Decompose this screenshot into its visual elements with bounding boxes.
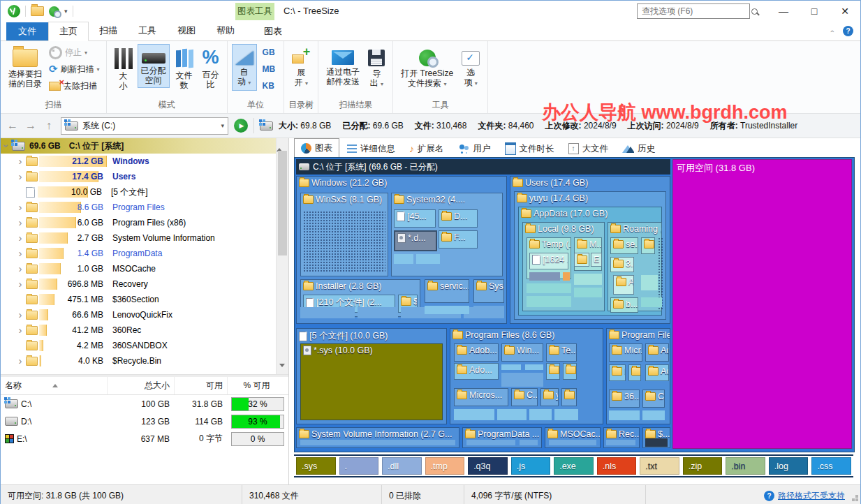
tree-item[interactable]: ›17.4 GBUsers xyxy=(1,169,277,184)
treemap-tile[interactable] xyxy=(394,254,413,264)
treemap-tile[interactable] xyxy=(358,307,398,318)
legend-ext[interactable]: .js xyxy=(511,457,551,475)
find-options-box[interactable] xyxy=(637,3,750,19)
tree-item[interactable]: ›1.4 GBProgramData xyxy=(1,246,277,261)
mode-allocated-button[interactable]: 已分配空间 xyxy=(138,44,170,88)
header-total[interactable]: 总大小 xyxy=(107,377,174,394)
tab-帮助[interactable]: 帮助 xyxy=(206,22,245,40)
tree-item[interactable]: 10.0 GB[5 个文件] xyxy=(1,184,277,200)
legend-ext[interactable]: .txt xyxy=(640,457,679,475)
treemap-node[interactable]: servic... xyxy=(425,279,469,303)
tree-item[interactable]: 4.2 MB360SANDBOX xyxy=(1,338,277,353)
view-tab-hist[interactable]: 历史 xyxy=(616,140,661,157)
scan-icon[interactable] xyxy=(49,6,59,17)
treemap-tile[interactable] xyxy=(606,440,635,445)
expand-icon[interactable]: › xyxy=(15,357,26,364)
tab-chart[interactable]: 图表 xyxy=(253,22,293,40)
mode-filecount-button[interactable]: 文件数 xyxy=(171,44,198,93)
legend-ext[interactable]: .nls xyxy=(597,457,637,475)
legend-ext[interactable]: .zip xyxy=(683,457,723,475)
treemap-node[interactable]: C... xyxy=(511,388,538,406)
stop-button[interactable]: 停止▾ xyxy=(47,44,102,61)
treemap-node[interactable]: Ado... xyxy=(645,343,669,362)
treemap-tile[interactable] xyxy=(497,409,527,420)
treemap-node[interactable]: Adob... xyxy=(454,343,499,362)
treemap-tile[interactable] xyxy=(554,409,578,420)
treemap-tile[interactable] xyxy=(574,274,602,285)
expand-icon[interactable]: › xyxy=(15,158,26,165)
tree-item[interactable]: ›8.6 GBProgram Files xyxy=(1,200,277,215)
treemap-node[interactable]: Te... xyxy=(546,343,577,362)
treemap-free-space[interactable]: 可用空间 (31.8 GB) xyxy=(672,159,852,449)
expand-icon[interactable]: › xyxy=(15,219,26,226)
tab-工具[interactable]: 工具 xyxy=(128,22,167,40)
tree-item[interactable]: ›66.6 MBLenovoQuickFix xyxy=(1,307,277,323)
view-tab-ext[interactable]: ♪扩展名 xyxy=(403,140,450,157)
header-name[interactable]: 名称 xyxy=(1,380,107,392)
tree-item[interactable]: ›1.0 GBMSOCache xyxy=(1,261,277,276)
treemap-node[interactable]: 36... xyxy=(609,390,640,408)
combo-dropdown-icon[interactable]: ▾ xyxy=(221,122,224,129)
tree-item[interactable]: ›21.2 GBWindows xyxy=(1,154,277,169)
search-input[interactable] xyxy=(640,6,751,17)
tab-主页[interactable]: 主页 xyxy=(48,22,89,41)
expand-icon[interactable]: › xyxy=(15,235,26,242)
treemap-node[interactable]: [45... xyxy=(394,209,436,228)
expand-icon[interactable]: › xyxy=(15,250,26,257)
up-icon[interactable]: ↑ xyxy=(43,119,55,132)
treemap-node[interactable]: Micr... xyxy=(609,343,642,362)
mode-size-button[interactable]: 大小 xyxy=(111,44,136,94)
treemap-tile[interactable] xyxy=(300,307,355,318)
help-icon[interactable]: ? xyxy=(843,26,853,36)
expand-icon[interactable]: › xyxy=(15,173,26,180)
treemap-tile[interactable] xyxy=(642,410,665,420)
treemap-node[interactable]: A xyxy=(613,275,634,295)
collapse-ribbon-icon[interactable]: › xyxy=(827,30,836,33)
close-button[interactable]: ✕ xyxy=(830,1,860,22)
tab-视图[interactable]: 视图 xyxy=(167,22,206,40)
treemap-node[interactable]: Win... xyxy=(501,343,543,362)
drive-row[interactable]: C:\100 GB31.8 GB32 % xyxy=(1,395,288,413)
legend-ext[interactable]: . xyxy=(339,457,379,475)
tree-item[interactable]: 475.1 MB$360Section xyxy=(1,292,277,307)
treemap-tile[interactable] xyxy=(641,297,662,307)
treemap-tile[interactable] xyxy=(527,296,571,307)
unit-mb-button[interactable]: MB xyxy=(258,61,280,77)
treemap-tile[interactable] xyxy=(443,254,478,261)
treemap-node[interactable]: b... xyxy=(610,297,638,313)
drive-row[interactable]: D:\123 GB114 GB93 % xyxy=(1,413,288,430)
treemap-tile[interactable] xyxy=(303,211,385,272)
legend-ext[interactable]: .log xyxy=(769,457,809,475)
tab-file[interactable]: 文件 xyxy=(6,22,48,40)
tree-item[interactable]: ›696.8 MBRecovery xyxy=(1,276,277,292)
treemap-tile[interactable] xyxy=(501,364,521,370)
treemap-node[interactable]: *.d... xyxy=(394,230,437,251)
treemap-node[interactable]: Acr... xyxy=(645,364,669,381)
treemap-node[interactable]: F... xyxy=(439,230,478,249)
treemap-root-header[interactable]: C:\ 位于 [系统] (69.6 GB - 已分配) xyxy=(296,159,670,175)
treemap-tile[interactable] xyxy=(473,306,504,313)
legend-ext[interactable]: .tmp xyxy=(425,457,465,475)
legend-ext[interactable]: .sys xyxy=(296,457,336,475)
context-tab-chart-tools[interactable]: 图表工具 xyxy=(235,3,274,20)
treemap-tile[interactable] xyxy=(300,440,455,445)
treemap-tile[interactable] xyxy=(529,409,552,420)
maximize-button[interactable]: □ xyxy=(799,1,830,22)
treemap-tile[interactable] xyxy=(527,283,571,293)
forward-icon[interactable]: → xyxy=(24,119,37,132)
treemap-node[interactable]: Ado... xyxy=(454,363,499,380)
scroll-up-icon[interactable] xyxy=(277,138,282,151)
treemap-node[interactable]: se... xyxy=(610,237,638,254)
treemap-tile[interactable] xyxy=(641,275,658,290)
minimize-button[interactable]: — xyxy=(768,1,799,22)
treemap-node[interactable]: [1624 ... xyxy=(529,253,568,269)
treemap-node[interactable]: y. xyxy=(540,388,559,406)
tree-item[interactable]: ›41.2 MB360Rec xyxy=(1,323,277,338)
legend-ext[interactable]: .bin xyxy=(726,457,765,475)
scroll-thumb[interactable] xyxy=(278,151,287,255)
treemap-node[interactable]: V xyxy=(546,363,560,380)
view-tab-pie[interactable]: 图表 xyxy=(294,138,339,157)
treemap-tile[interactable] xyxy=(501,373,543,387)
treemap-node[interactable]: E. xyxy=(609,364,626,381)
unit-kb-button[interactable]: KB xyxy=(258,77,280,94)
